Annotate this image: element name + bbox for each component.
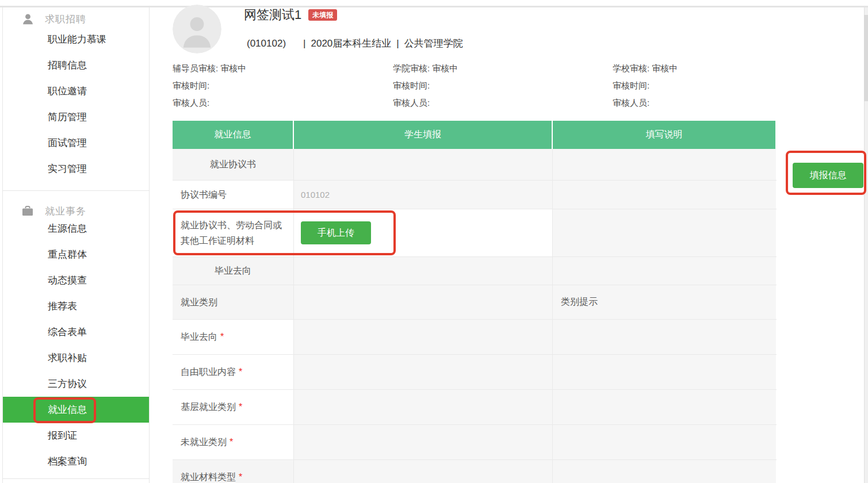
sidebar-item-label: 报到证 [48, 429, 77, 442]
profile-info-line: (010102) | 2020届本科生结业 | 公共管理学院 [247, 37, 468, 50]
row-label: 就业协议书、劳动合同或其他工作证明材料 [181, 217, 286, 248]
sidebar-item-面试管理[interactable]: 面试管理 [3, 130, 149, 156]
fill-note-cell [553, 320, 776, 354]
review-line: 审核人员: [613, 94, 797, 112]
fill-info-button[interactable]: 填报信息 [793, 163, 863, 188]
profile-header: 网签测试1 未填报 [244, 6, 337, 24]
sidebar-item-label: 面试管理 [48, 136, 87, 150]
sidebar-item-label: 综合表单 [48, 325, 87, 339]
student-fill-cell [294, 460, 553, 483]
sidebar-item-动态摸查[interactable]: 动态摸查 [3, 267, 149, 293]
student-fill-cell [294, 425, 553, 459]
review-line: 学校审核: 审核中 [613, 60, 797, 77]
row-label-cell: 就业协议书、劳动合同或其他工作证明材料 [173, 209, 294, 256]
table-row: 就业材料类型* [173, 460, 777, 483]
table-row: 未就业类别* [173, 425, 777, 460]
sidebar-item-label: 档案查询 [48, 455, 87, 468]
review-column: 辅导员审核: 审核中审核时间:审核人员: [173, 60, 357, 112]
separator: | [396, 38, 399, 49]
sidebar-item-推荐表[interactable]: 推荐表 [3, 293, 149, 319]
employment-table: 就业信息学生填报填写说明就业协议书协议书编号010102就业协议书、劳动合同或其… [173, 121, 777, 483]
student-fill-cell [294, 390, 553, 424]
sidebar-item-label: 三方协议 [48, 377, 87, 390]
fill-note-cell [553, 390, 776, 424]
required-asterisk: * [220, 332, 224, 342]
sidebar-item-label: 职位邀请 [48, 85, 87, 98]
required-asterisk: * [239, 402, 242, 412]
person-icon [21, 12, 35, 26]
fill-note-cell [553, 149, 776, 180]
college-name: 公共管理学院 [404, 37, 463, 50]
sidebar-item-实习管理[interactable]: 实习管理 [3, 156, 149, 182]
avatar-person-icon [173, 5, 221, 53]
sidebar-section-label: 求职招聘 [45, 13, 86, 26]
table-row: 就业类别类别提示 [173, 285, 777, 320]
table-header-row: 就业信息学生填报填写说明 [173, 121, 777, 149]
sidebar-item-label: 生源信息 [48, 222, 87, 235]
sidebar-item-简历管理[interactable]: 简历管理 [3, 104, 149, 130]
row-label-cell: 毕业去向* [173, 320, 294, 354]
mobile-upload-button[interactable]: 手机上传 [301, 221, 371, 244]
table-row: 就业协议书 [173, 149, 777, 181]
review-column: 学院审核: 审核中审核时间:审核人员: [393, 60, 577, 112]
table-header-就业信息: 就业信息 [173, 121, 294, 149]
row-label-cell: 就业材料类型* [173, 460, 294, 483]
sidebar-item-档案查询[interactable]: 档案查询 [3, 448, 149, 474]
student-fill-cell: 手机上传 [294, 209, 553, 256]
student-fill-cell [294, 355, 553, 389]
fill-note-cell [553, 355, 776, 389]
sidebar-item-生源信息[interactable]: 生源信息 [3, 216, 149, 241]
row-label: 基层就业类别* [181, 399, 242, 415]
page-scrollbar[interactable] [864, 7, 868, 483]
sidebar-item-就业信息[interactable]: 就业信息 [3, 397, 149, 423]
sidebar-item-label: 就业信息 [48, 403, 87, 416]
scrollbar-thumb[interactable] [864, 15, 868, 101]
agreement-number-value: 010102 [301, 190, 330, 200]
review-status: 辅导员审核: 审核中审核时间:审核人员:学院审核: 审核中审核时间:审核人员:学… [173, 60, 782, 112]
sidebar-item-职业能力慕课[interactable]: 职业能力慕课 [3, 26, 149, 52]
status-badge: 未填报 [308, 9, 337, 21]
top-strip [0, 0, 868, 6]
sidebar-item-label: 求职补贴 [48, 351, 87, 365]
sidebar-item-label: 实习管理 [48, 162, 87, 175]
sidebar-item-职位邀请[interactable]: 职位邀请 [3, 78, 149, 104]
sidebar-item-综合表单[interactable]: 综合表单 [3, 319, 149, 345]
sidebar-item-label: 动态摸查 [48, 274, 87, 287]
fill-note-cell [553, 460, 776, 483]
student-fill-cell [294, 149, 553, 180]
table-row: 基层就业类别* [173, 390, 777, 425]
student-fill-cell: 010102 [294, 181, 553, 209]
sidebar-item-报到证[interactable]: 报到证 [3, 423, 149, 448]
review-column: 学校审核: 审核中审核时间:审核人员: [613, 60, 797, 112]
table-row: 协议书编号010102 [173, 181, 777, 209]
row-label-cell: 就业类别 [173, 285, 294, 319]
row-label-cell: 就业协议书 [173, 149, 294, 180]
row-label-cell: 自由职业内容* [173, 355, 294, 389]
review-line: 学院审核: 审核中 [393, 60, 577, 77]
sidebar-item-求职补贴[interactable]: 求职补贴 [3, 345, 149, 371]
sidebar-nav: 求职招聘职业能力慕课招聘信息职位邀请简历管理面试管理实习管理就业事务生源信息重点… [2, 7, 150, 483]
review-line: 审核时间: [393, 77, 577, 94]
student-fill-cell [294, 320, 553, 354]
row-label: 毕业去向* [181, 329, 224, 344]
profile-name: 网签测试1 [244, 6, 301, 24]
required-asterisk: * [239, 367, 242, 377]
sidebar-item-重点群体[interactable]: 重点群体 [3, 241, 149, 267]
review-line: 审核时间: [173, 77, 357, 94]
table-header-学生填报: 学生填报 [294, 121, 553, 149]
fill-note-cell [553, 257, 776, 285]
row-label-cell: 协议书编号 [173, 181, 294, 209]
required-asterisk: * [239, 472, 242, 482]
sidebar-item-招聘信息[interactable]: 招聘信息 [3, 52, 149, 78]
avatar [173, 5, 221, 53]
row-label: 就业类别 [181, 294, 217, 310]
row-label: 未就业类别* [181, 434, 233, 450]
fill-note-cell: 类别提示 [553, 285, 776, 319]
table-header-填写说明: 填写说明 [553, 121, 775, 149]
fill-note-cell [553, 209, 776, 256]
sidebar-section-divider [3, 478, 149, 479]
sidebar-item-三方协议[interactable]: 三方协议 [3, 371, 149, 397]
review-line: 审核时间: [613, 77, 797, 94]
sidebar-item-label: 招聘信息 [48, 59, 87, 72]
student-code: (010102) [247, 38, 286, 49]
